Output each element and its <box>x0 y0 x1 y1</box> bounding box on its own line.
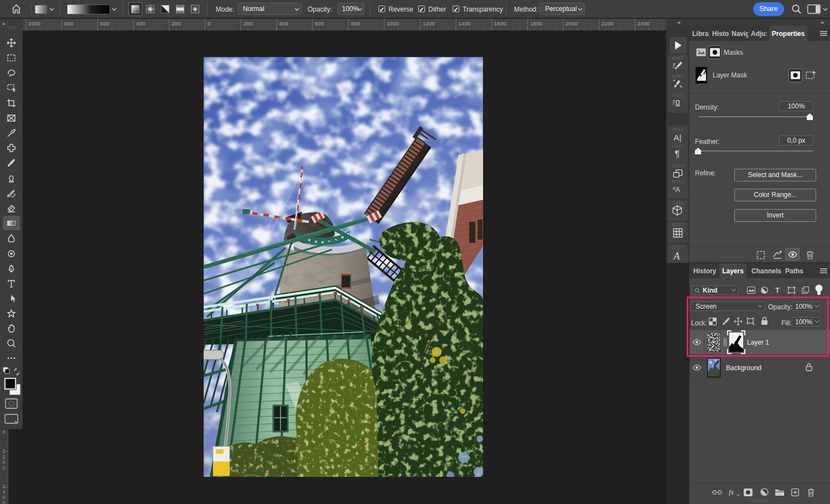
svg-text:A|: A| <box>673 133 681 142</box>
svg-text:ºA: ºA <box>673 186 679 194</box>
svg-text:¶: ¶ <box>675 149 680 159</box>
svg-text:A: A <box>672 250 680 262</box>
